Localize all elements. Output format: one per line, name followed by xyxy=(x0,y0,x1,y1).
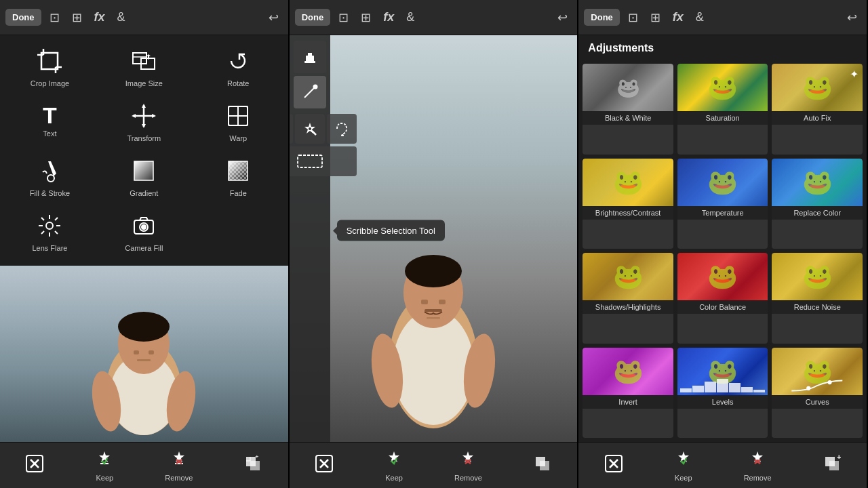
adj-colorbalance[interactable]: 🐸 Color Balance xyxy=(677,253,768,344)
adj-sat-thumb: 🐸 xyxy=(677,64,768,111)
selection-sidebar: Scribble Selection Tool xyxy=(290,35,330,442)
rotate-icon xyxy=(226,49,250,77)
done-button-3[interactable]: Done xyxy=(584,9,620,26)
magic-wand-btn[interactable] xyxy=(295,114,325,144)
tool-fillstroke[interactable]: Fill & Stroke xyxy=(5,153,94,203)
cancel-btn-2[interactable] xyxy=(315,454,334,477)
keep-btn-1[interactable]: Keep xyxy=(95,449,114,482)
fx-icon-3[interactable]: fx xyxy=(669,7,688,27)
undo-icon-1[interactable]: ↩ xyxy=(264,7,283,28)
imagesize-label: Image Size xyxy=(125,79,163,87)
lasso-btn[interactable] xyxy=(327,114,357,144)
remove-label-1: Remove xyxy=(165,474,193,482)
fillstroke-label: Fill & Stroke xyxy=(30,189,70,197)
tool-imagesize[interactable]: Image Size xyxy=(100,43,189,93)
blend-icon-1[interactable]: & xyxy=(113,7,130,27)
layers-btn-3[interactable]: + xyxy=(823,454,842,477)
adjustments-container: Adjustments 🐸 Black & White 🐸 Saturation… xyxy=(578,35,867,442)
dotted-rect-btn[interactable] xyxy=(290,146,357,176)
blend-icon-3[interactable]: & xyxy=(692,7,708,27)
adj-bright-label: Brightness/Contrast xyxy=(583,206,673,220)
svg-rect-48 xyxy=(137,359,151,361)
selection-icon-2[interactable]: ⊡ xyxy=(334,7,353,28)
panel2-inner: Scribble Selection Tool xyxy=(290,35,578,488)
warp-icon xyxy=(226,104,250,131)
adj-temperature[interactable]: 🐸 Temperature xyxy=(677,159,768,249)
fx-icon-2[interactable]: fx xyxy=(379,7,398,27)
adj-invert[interactable]: 🐸 Invert xyxy=(583,348,673,439)
keep-label-1: Keep xyxy=(96,474,114,482)
layers-btn-1[interactable]: + xyxy=(243,454,262,477)
adjust-icon-3[interactable]: ⊞ xyxy=(646,7,665,28)
remove-btn-2[interactable]: Remove xyxy=(454,449,482,482)
svg-rect-55 xyxy=(250,461,260,470)
svg-rect-27 xyxy=(229,161,248,180)
svg-rect-71 xyxy=(304,61,315,63)
lensflare-icon xyxy=(37,214,62,241)
adjust-icon-2[interactable]: ⊞ xyxy=(357,7,375,28)
adj-shadows[interactable]: 🐸 Shadows/Highlights xyxy=(583,253,673,344)
cancel-icon-2 xyxy=(315,454,334,477)
cross-select-btn[interactable] xyxy=(290,114,293,144)
bottom-toolbar-3: Keep Remove + xyxy=(578,442,867,488)
adj-brightness[interactable]: 🐸 Brightness/Contrast xyxy=(583,159,673,249)
tool-crop[interactable]: Crop Image xyxy=(5,43,94,93)
cancel-icon-1 xyxy=(25,454,44,477)
undo-icon-3[interactable]: ↩ xyxy=(843,7,861,28)
adj-autofix[interactable]: 🐸 ✦ Auto Fix xyxy=(772,64,863,155)
selection-icon-3[interactable]: ⊡ xyxy=(624,7,642,28)
cancel-btn-3[interactable] xyxy=(604,454,623,477)
cancel-icon-3 xyxy=(604,454,623,477)
adj-levels-label: Levels xyxy=(677,395,768,409)
tool-camerafill[interactable]: Camera Fill xyxy=(100,208,189,258)
adjust-icon-1[interactable]: ⊞ xyxy=(68,7,86,28)
transform-icon xyxy=(132,104,156,131)
cancel-btn-1[interactable] xyxy=(25,454,44,477)
keep-btn-3[interactable]: Keep xyxy=(674,449,693,482)
adj-noise[interactable]: 🐸 Reduce Noise xyxy=(772,253,863,344)
svg-marker-13 xyxy=(142,104,146,108)
remove-icon-3 xyxy=(748,449,767,472)
done-button-1[interactable]: Done xyxy=(5,9,41,26)
adj-bw-thumb: 🐸 xyxy=(583,64,673,111)
keep-btn-2[interactable]: Keep xyxy=(384,449,403,482)
lensflare-label: Lens Flare xyxy=(32,244,67,252)
crop-icon xyxy=(37,49,62,77)
remove-btn-3[interactable]: Remove xyxy=(744,449,772,482)
remove-btn-1[interactable]: Remove xyxy=(165,449,193,482)
scribble-tool-btn[interactable] xyxy=(294,76,326,108)
sel-tools-row xyxy=(290,114,357,176)
keep-icon-2 xyxy=(384,449,403,472)
fx-icon-1[interactable]: fx xyxy=(90,7,109,27)
adj-bw[interactable]: 🐸 Black & White xyxy=(583,64,673,155)
tool-transform[interactable]: Transform xyxy=(100,98,189,148)
adj-invert-thumb: 🐸 xyxy=(583,348,673,395)
tool-fade[interactable]: Fade xyxy=(194,153,283,203)
done-button-2[interactable]: Done xyxy=(295,9,331,26)
adj-levels-thumb: 🐸 xyxy=(677,348,768,395)
adj-curves-label: Curves xyxy=(772,395,863,409)
tool-gradient[interactable]: Gradient xyxy=(100,153,189,203)
svg-rect-81 xyxy=(298,155,322,167)
bottom-toolbar-2: Keep Remove xyxy=(290,442,578,488)
svg-point-22 xyxy=(47,175,54,182)
adj-saturation[interactable]: 🐸 Saturation xyxy=(677,64,768,155)
undo-icon-2[interactable]: ↩ xyxy=(553,7,572,28)
adj-curves[interactable]: 🐸 Curves xyxy=(772,348,863,439)
adj-auto-thumb: 🐸 ✦ xyxy=(772,64,863,111)
layers-btn-2[interactable] xyxy=(533,454,552,477)
keep-icon-1 xyxy=(95,449,114,472)
sel-tools-row1 xyxy=(290,114,357,144)
blend-icon-2[interactable]: & xyxy=(402,7,418,27)
selection-icon-1[interactable]: ⊡ xyxy=(45,7,64,28)
tool-lensflare[interactable]: Lens Flare xyxy=(5,208,94,258)
tool-rotate[interactable]: Rotate xyxy=(194,43,283,93)
layers-icon-3: + xyxy=(823,454,842,477)
adj-replacecolor[interactable]: 🐸 Replace Color xyxy=(772,159,863,249)
tool-text[interactable]: T Text xyxy=(5,98,94,148)
tool-warp[interactable]: Warp xyxy=(194,98,283,148)
svg-point-28 xyxy=(46,222,53,229)
adj-levels[interactable]: 🐸 Levels xyxy=(677,348,768,439)
svg-rect-46 xyxy=(134,350,139,354)
stamp-tool-btn[interactable] xyxy=(294,41,326,73)
